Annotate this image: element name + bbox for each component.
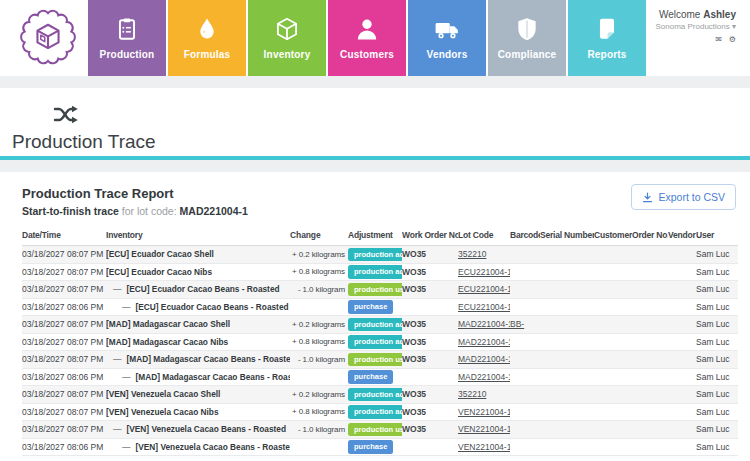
table-row: 03/18/2027 08:07 PM — [MAD] Madagascar C…: [22, 351, 738, 369]
cell-change: + 0.8 kilograms: [290, 267, 348, 276]
tab-label: Inventory: [264, 49, 311, 60]
table-row: 03/18/2027 08:07 PM [VEN] Venezuela Caca…: [22, 386, 738, 404]
cell-change: + 0.2 kilograms: [290, 320, 348, 329]
cell-inventory: [MAD] Madagascar Cacao Nibs: [106, 337, 290, 347]
cell-user: Sam Luc: [696, 337, 738, 347]
cell-inventory: — [VEN] Venezuela Cacao Beans - Roasted: [106, 424, 290, 434]
table-body: 03/18/2027 08:07 PM [ECU] Ecuador Cacao …: [22, 246, 738, 456]
lot-code-link[interactable]: 352210: [458, 389, 486, 399]
hierarchy-dash: —: [106, 442, 131, 452]
lot-code-link[interactable]: ECU221004-1: [458, 267, 510, 277]
cell-adjustment: production add: [348, 318, 402, 332]
page-header: Production Trace: [0, 88, 750, 160]
cell-datetime: 03/18/2027 08:07 PM: [22, 284, 106, 294]
lot-code-link[interactable]: VEN221004-1: [458, 442, 510, 452]
tab-vendors[interactable]: Vendors: [408, 0, 486, 76]
cell-lot-code: VEN221004-1: [458, 407, 510, 417]
cell-datetime: 03/18/2027 08:06 PM: [22, 442, 106, 452]
mail-icon[interactable]: ✉: [715, 35, 722, 44]
cell-work-order: WO35: [402, 284, 458, 294]
cell-user: Sam Luc: [696, 249, 738, 259]
inventory-name: [MAD] Madagascar Cacao Nibs: [106, 337, 228, 347]
inventory-name: [MAD] Madagascar Cacao Beans - Roasted: [136, 372, 291, 382]
adjustment-badge: production add: [348, 335, 402, 349]
column-header-customer: Customer: [594, 230, 632, 240]
tab-reports[interactable]: Reports: [568, 0, 646, 76]
inventory-name: [MAD] Madagascar Cacao Shell: [106, 319, 230, 329]
tab-formulas[interactable]: Formulas: [168, 0, 246, 76]
cell-adjustment: production add: [348, 335, 402, 349]
cell-inventory: — [VEN] Venezuela Cacao Beans - Roasted: [106, 442, 290, 452]
lot-code-link[interactable]: MAD221004-1: [458, 354, 510, 364]
cell-user: Sam Luc: [696, 407, 738, 417]
cell-adjustment: purchase: [348, 300, 402, 314]
cell-change: - 1.0 kilogram: [290, 285, 348, 294]
column-header-barcode: Barcode: [510, 230, 540, 240]
cell-user: Sam Luc: [696, 372, 738, 382]
adjustment-badge: production use: [348, 423, 402, 437]
table-row: 03/18/2027 08:07 PM [VEN] Venezuela Caca…: [22, 404, 738, 422]
report-header: Production Trace Report Start-to-finish …: [0, 172, 750, 217]
cell-adjustment: production use: [348, 353, 402, 367]
table-header-row: Date/TimeInventoryChangeAdjustmentWork O…: [22, 224, 738, 246]
cell-adjustment: production add: [348, 265, 402, 279]
hierarchy-dash: —: [106, 372, 131, 382]
tab-inventory[interactable]: Inventory: [248, 0, 326, 76]
cell-inventory: — [MAD] Madagascar Cacao Beans - Roasted: [106, 372, 290, 382]
cell-lot-code: MAD221004-1: [458, 319, 510, 329]
export-to-csv-button[interactable]: Export to CSV: [631, 184, 736, 210]
lot-code-link[interactable]: ECU221004-1: [458, 302, 510, 312]
cell-inventory: — [ECU] Ecuador Cacao Beans - Roasted: [106, 302, 290, 312]
lot-code-link[interactable]: MAD221004-1: [458, 337, 510, 347]
top-bar: Production Formulas Inventory Customers …: [0, 0, 750, 76]
tab-production[interactable]: Production: [88, 0, 166, 76]
cell-adjustment: production use: [348, 283, 402, 297]
cell-adjustment: production add: [348, 405, 402, 419]
app-logo-icon[interactable]: [18, 7, 78, 67]
cell-lot-code: ECU221004-1: [458, 267, 510, 277]
cell-datetime: 03/18/2027 08:07 PM: [22, 319, 106, 329]
user-name: Ashley: [703, 9, 736, 20]
inventory-name: [VEN] Venezuela Cacao Beans - Roasted: [136, 442, 291, 452]
cell-user: Sam Luc: [696, 267, 738, 277]
table-row: 03/18/2027 08:07 PM [ECU] Ecuador Cacao …: [22, 264, 738, 282]
lot-code-link[interactable]: MAD221004-1: [458, 319, 510, 329]
table-row: 03/18/2027 08:07 PM [MAD] Madagascar Cac…: [22, 316, 738, 334]
column-header-serial-number: Serial Number: [540, 230, 594, 240]
barcode-link[interactable]: BB-: [510, 319, 524, 329]
column-header-user: User: [696, 230, 738, 240]
column-header-change: Change: [290, 230, 348, 240]
report-title: Production Trace Report: [22, 186, 736, 201]
adjustment-badge: purchase: [348, 440, 393, 454]
column-header-vendor: Vendor: [668, 230, 696, 240]
cell-work-order: WO35: [402, 319, 458, 329]
cell-lot-code: ECU221004-1: [458, 302, 510, 312]
cell-user: Sam Luc: [696, 424, 738, 434]
cell-datetime: 03/18/2027 08:06 PM: [22, 372, 106, 382]
lot-code-value: MAD221004-1: [180, 205, 248, 217]
lot-code-link[interactable]: ECU221004-1: [458, 284, 510, 294]
table-row: 03/18/2027 08:07 PM [ECU] Ecuador Cacao …: [22, 246, 738, 264]
tab-customers[interactable]: Customers: [328, 0, 406, 76]
inventory-name: [VEN] Venezuela Cacao Beans - Roasted: [127, 424, 287, 434]
hierarchy-dash: —: [106, 302, 131, 312]
account-dropdown[interactable]: Sonoma Productions ▾: [655, 22, 736, 31]
cell-datetime: 03/18/2027 08:07 PM: [22, 389, 106, 399]
download-icon: [642, 192, 653, 203]
chevron-down-icon: ▾: [732, 22, 736, 31]
gear-icon[interactable]: ⚙: [729, 35, 736, 44]
table-row: 03/18/2027 08:07 PM — [VEN] Venezuela Ca…: [22, 421, 738, 439]
adjustment-badge: production use: [348, 353, 402, 367]
lot-code-link[interactable]: 352210: [458, 249, 486, 259]
cell-user: Sam Luc: [696, 442, 738, 452]
column-header-inventory: Inventory: [106, 230, 290, 240]
column-header-order-no-: Order No.: [632, 230, 668, 240]
lot-code-link[interactable]: MAD221004-1: [458, 372, 510, 382]
cell-datetime: 03/18/2027 08:07 PM: [22, 249, 106, 259]
welcome-text: Welcome Ashley: [655, 9, 736, 20]
tab-compliance[interactable]: Compliance: [488, 0, 566, 76]
lot-code-link[interactable]: VEN221004-1: [458, 424, 510, 434]
hierarchy-dash: —: [106, 354, 122, 364]
lot-code-link[interactable]: VEN221004-1: [458, 407, 510, 417]
cell-lot-code: MAD221004-1: [458, 372, 510, 382]
